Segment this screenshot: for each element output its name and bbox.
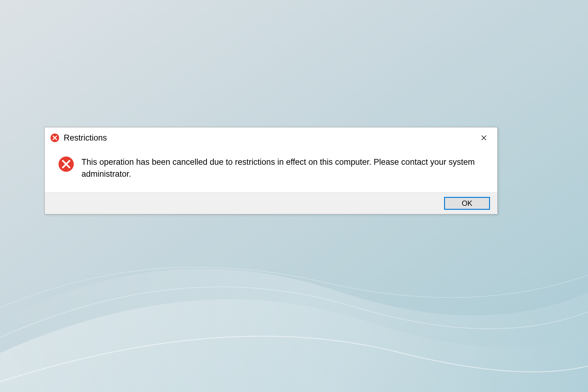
dialog-titlebar[interactable]: Restrictions [45,127,497,147]
restrictions-dialog: Restrictions This operation has been can… [44,127,498,214]
close-button[interactable] [478,132,490,144]
dialog-content: This operation has been cancelled due to… [45,147,497,192]
error-icon [50,133,59,142]
error-icon [58,156,74,172]
ok-button[interactable]: OK [444,197,490,210]
dialog-title: Restrictions [64,133,478,143]
dialog-message: This operation has been cancelled due to… [81,156,488,180]
dialog-button-bar: OK [45,192,497,214]
